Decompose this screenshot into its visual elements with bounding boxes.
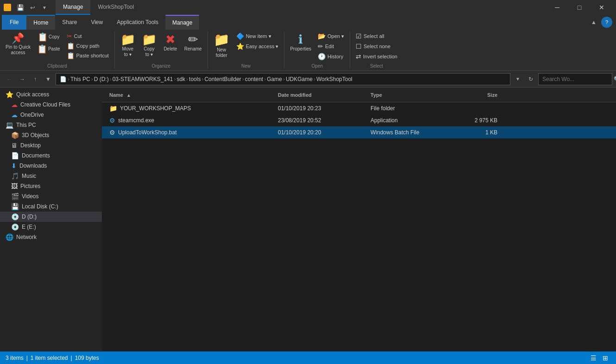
sidebar-item-drive-e[interactable]: 💿 E (E:) — [0, 222, 102, 232]
cut-button[interactable]: ✂ Cut — [64, 31, 112, 41]
status-sep2: | — [71, 355, 72, 361]
copy-button[interactable]: 📋 Copy — [34, 31, 63, 43]
easy-access-button[interactable]: ⭐ Easy access ▾ — [233, 42, 282, 51]
select-label: Select — [353, 63, 400, 69]
back-button[interactable]: ← — [4, 74, 15, 85]
copy-path-button[interactable]: 📋 Copy path — [64, 41, 112, 50]
open-items: ℹ Properties 📂 Open ▾ ✏ Edit 🕐 History — [287, 31, 347, 63]
select-none-button[interactable]: ☐ Select none — [353, 42, 400, 51]
path-content[interactable]: content — [245, 76, 263, 82]
sidebar-item-videos[interactable]: 🎬 Videos — [0, 191, 102, 201]
col-header-type[interactable]: Type — [371, 92, 454, 98]
refresh-button[interactable]: ↻ — [525, 74, 536, 85]
paste-shortcut-button[interactable]: 📋 Paste shortcut — [64, 51, 112, 60]
tab-workshoptool[interactable]: WorkShopTool — [90, 0, 141, 15]
new-item-button[interactable]: 🔷 New item ▾ — [233, 31, 282, 41]
close-button[interactable]: ✕ — [591, 0, 612, 15]
rename-icon: ✏ — [188, 33, 198, 45]
up-button[interactable]: ↑ — [30, 74, 41, 85]
select-none-icon: ☐ — [356, 43, 362, 50]
delete-button[interactable]: ✖ Delete — [160, 31, 181, 54]
cut-label: Cut — [74, 33, 82, 39]
copy-to-label: Copyto ▾ — [144, 46, 154, 57]
path-udkgame[interactable]: UDKGame — [286, 76, 313, 82]
status-right: ☰ ⊞ — [588, 353, 610, 363]
history-button[interactable]: 🕐 History — [315, 52, 347, 61]
recent-locations-button[interactable]: ▼ — [43, 74, 54, 85]
tab-manage[interactable]: Manage — [56, 0, 90, 15]
file-size: 1 KB — [454, 129, 505, 136]
table-row[interactable]: 📁 YOUR_WORKSHOP_MAPS 01/10/2019 20:23 Fi… — [102, 102, 616, 114]
quick-undo-btn[interactable]: ↩ — [27, 2, 38, 13]
copy-to-button[interactable]: 📁 Copyto ▾ — [139, 31, 159, 59]
details-view-button[interactable]: ☰ — [588, 353, 598, 363]
large-icons-view-button[interactable]: ⊞ — [600, 353, 610, 363]
rename-button[interactable]: ✏ Rename — [182, 31, 205, 54]
minimize-button[interactable]: ─ — [547, 0, 568, 15]
organize-items: 📁 Moveto ▾ 📁 Copyto ▾ ✖ Delete ✏ Rename — [118, 31, 205, 63]
table-row[interactable]: ⚙ UploadToWorkShop.bat 01/10/2019 20:20 … — [102, 126, 616, 138]
quick-save-btn[interactable]: 💾 — [15, 2, 26, 13]
tab-view[interactable]: View — [84, 15, 110, 30]
path-workshoptool[interactable]: WorkShopTool — [316, 76, 352, 82]
sidebar-item-quick-access[interactable]: ⭐ Quick access — [0, 89, 102, 100]
pin-quick-access-button[interactable]: 📌 Pin to Quickaccess — [3, 31, 33, 57]
sidebar-item-documents[interactable]: 📄 Documents — [0, 151, 102, 161]
sidebar-label-creative-cloud: Creative Cloud Files — [20, 101, 70, 108]
sidebar-item-creative-cloud[interactable]: ☁ Creative Cloud Files — [0, 100, 102, 110]
expand-path-button[interactable]: ▼ — [512, 74, 523, 85]
sidebar-item-network[interactable]: 🌐 Network — [0, 232, 102, 242]
col-header-date[interactable]: Date modified — [278, 92, 371, 98]
path-sdk[interactable]: sdk — [176, 76, 185, 82]
sidebar-item-music[interactable]: 🎵 Music — [0, 171, 102, 181]
ribbon-group-open: ℹ Properties 📂 Open ▾ ✏ Edit 🕐 History — [284, 31, 350, 69]
path-d[interactable]: D (D:) — [94, 76, 109, 82]
open-button[interactable]: 📂 Open ▾ — [315, 31, 347, 41]
path-game[interactable]: Game — [267, 76, 282, 82]
maximize-button[interactable]: □ — [569, 0, 590, 15]
tab-home[interactable]: Home — [26, 15, 55, 30]
tab-file[interactable]: File — [2, 15, 26, 30]
select-all-button[interactable]: ☑ Select all — [353, 31, 400, 41]
sidebar-item-this-pc[interactable]: 💻 This PC — [0, 120, 102, 130]
search-input[interactable] — [542, 76, 612, 82]
address-path[interactable]: 📄 › This PC › D (D:) › 03-STEAMWORKS_141… — [56, 73, 510, 85]
path-root[interactable]: 📄 — [60, 76, 67, 82]
path-thispc[interactable]: This PC — [70, 76, 90, 82]
file-list: 📁 YOUR_WORKSHOP_MAPS 01/10/2019 20:23 Fi… — [102, 102, 616, 351]
clipboard-label: Clipboard — [3, 63, 112, 69]
col-header-size[interactable]: Size — [454, 92, 505, 98]
sidebar-item-desktop[interactable]: 🖥 Desktop — [0, 140, 102, 151]
path-steamworks[interactable]: 03-STEAMWORKS_141 — [113, 76, 173, 82]
move-to-button[interactable]: 📁 Moveto ▾ — [118, 31, 138, 59]
file-pane: Name ▲ Date modified Type Size 📁 YOUR_WO… — [102, 88, 616, 351]
collapse-ribbon-btn[interactable]: ▲ — [588, 17, 599, 28]
properties-button[interactable]: ℹ Properties — [287, 31, 314, 54]
sidebar-item-pictures[interactable]: 🖼 Pictures — [0, 181, 102, 191]
edit-button[interactable]: ✏ Edit — [315, 42, 347, 51]
path-contentbuilder[interactable]: ContentBuilder — [204, 76, 241, 82]
paste-button[interactable]: 📋 Paste — [34, 44, 63, 55]
col-header-name[interactable]: Name ▲ — [102, 92, 278, 98]
ribbon-group-organize: 📁 Moveto ▾ 📁 Copyto ▾ ✖ Delete ✏ Rename … — [115, 31, 208, 69]
path-tools[interactable]: tools — [189, 76, 201, 82]
copy-label: Copy — [49, 34, 59, 40]
search-box[interactable]: 🔍 — [538, 73, 612, 85]
tab-share[interactable]: Share — [55, 15, 84, 30]
sidebar-item-local-disk-c[interactable]: 💾 Local Disk (C:) — [0, 201, 102, 212]
folder-icon: 📁 — [109, 105, 117, 112]
help-button[interactable]: ? — [601, 17, 612, 28]
sidebar-item-drive-d[interactable]: 💿 D (D:) — [0, 212, 102, 222]
paste-shortcut-label: Paste shortcut — [76, 53, 109, 58]
sidebar-item-downloads[interactable]: ⬇ Downloads — [0, 161, 102, 171]
sidebar-item-3d-objects[interactable]: 📦 3D Objects — [0, 130, 102, 140]
sidebar-item-onedrive[interactable]: ☁ OneDrive — [0, 110, 102, 120]
forward-button[interactable]: → — [17, 74, 28, 85]
tab-manage-ribbon[interactable]: Manage — [165, 15, 199, 30]
easy-access-label: Easy access ▾ — [246, 44, 279, 50]
tab-application-tools[interactable]: Application Tools — [110, 15, 165, 30]
invert-selection-button[interactable]: ⇄ Invert selection — [353, 52, 400, 61]
new-folder-button[interactable]: 📁 Newfolder — [211, 31, 233, 60]
quick-dropdown-btn[interactable]: ▼ — [39, 2, 50, 13]
table-row[interactable]: ⚙ steamcmd.exe 23/08/2019 20:52 Applicat… — [102, 114, 616, 126]
